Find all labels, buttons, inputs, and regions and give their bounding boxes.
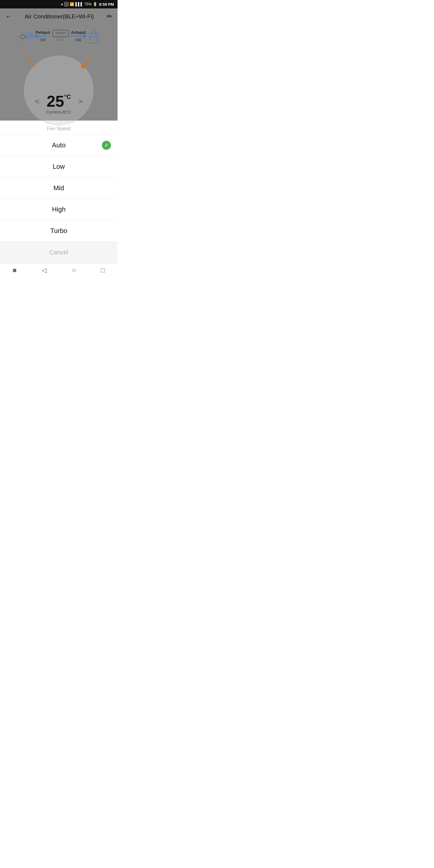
signal-icon: ▌▌▌ <box>75 2 83 6</box>
thermostat-area: < 25 °C > Current-20°C <box>0 48 118 121</box>
back-button[interactable]: ← <box>5 13 12 21</box>
bluetooth-icon: ⎈ <box>61 2 63 6</box>
nav-back-button[interactable]: ◁ <box>41 267 47 274</box>
nav-square-button[interactable]: ■ <box>13 267 17 274</box>
cancel-section: Cancel <box>0 242 118 263</box>
battery-icon: 🔋 <box>93 2 97 6</box>
thermostat-arc-svg <box>20 51 98 130</box>
svg-line-23 <box>88 33 89 34</box>
cancel-button[interactable]: Cancel <box>0 242 118 263</box>
ac-value: 0W <box>75 38 82 42</box>
temperature-display: < 25 °C > Current-20°C <box>20 93 98 115</box>
fan-option-auto-label: Auto <box>52 141 65 149</box>
app-bar: ← Air Conditioner(BLE+Wi-Fi) ✏ <box>0 8 118 25</box>
status-time: 8:59 PM <box>99 2 114 7</box>
status-bar: ⎈ N 📶 ▌▌▌ 75% 🔋 8:59 PM <box>0 0 118 8</box>
fan-option-mid-label: Mid <box>53 184 64 192</box>
edit-button[interactable]: ✏ <box>107 13 112 21</box>
nav-bar: ■ ◁ ○ □ <box>0 263 118 277</box>
fan-option-auto[interactable]: Auto <box>0 135 118 156</box>
thermostat-circle: < 25 °C > Current-20°C <box>20 51 98 112</box>
pv-label: PvInput <box>36 30 50 35</box>
svg-line-19 <box>90 37 90 43</box>
svg-rect-5 <box>26 33 33 38</box>
status-icons: ⎈ N 📶 ▌▌▌ 75% 🔋 <box>61 2 97 6</box>
ac-line <box>71 35 86 38</box>
temp-increase-button[interactable]: > <box>78 97 83 106</box>
fan-option-low[interactable]: Low <box>0 156 118 178</box>
solar-icon <box>17 28 34 44</box>
tower-section <box>87 28 100 44</box>
wifi-icon: 📶 <box>70 2 74 6</box>
temp-unit: °C <box>64 93 71 100</box>
ac-unit-icon <box>52 29 70 42</box>
fan-option-high[interactable]: High <box>0 199 118 220</box>
pv-value: 0W <box>40 38 46 42</box>
cancel-label: Cancel <box>50 249 68 256</box>
solar-section <box>17 28 34 44</box>
ac-unit-section <box>52 29 70 43</box>
energy-row: PvInput 0W AcInput 0W <box>0 25 118 48</box>
temperature-value: 25 <box>47 93 64 109</box>
nfc-icon: N <box>64 2 68 6</box>
power-tower-icon <box>87 28 100 44</box>
page-title: Air Conditioner(BLE+Wi-Fi) <box>25 13 94 20</box>
svg-line-17 <box>90 29 94 37</box>
svg-point-29 <box>81 64 86 68</box>
svg-line-24 <box>98 33 100 34</box>
fan-option-mid[interactable]: Mid <box>0 178 118 199</box>
fan-option-low-label: Low <box>53 163 65 170</box>
nav-recent-button[interactable]: □ <box>101 267 105 274</box>
fan-selected-check <box>102 141 111 150</box>
pv-line <box>35 35 50 38</box>
battery-percent: 75% <box>84 2 92 6</box>
fan-speed-sheet: Fan Speed Auto Low Mid High Turbo Cancel <box>0 121 118 263</box>
fan-option-turbo-label: Turbo <box>50 227 67 235</box>
fan-option-turbo[interactable]: Turbo <box>0 220 118 242</box>
temp-row: < 25 °C > <box>35 93 83 109</box>
nav-home-button[interactable]: ○ <box>72 267 76 274</box>
svg-line-20 <box>97 37 98 43</box>
fan-option-high-label: High <box>52 206 65 213</box>
current-temp: Current-20°C <box>46 110 71 115</box>
svg-point-0 <box>21 35 25 39</box>
svg-rect-10 <box>53 30 68 37</box>
svg-line-18 <box>94 29 97 37</box>
ac-label: AcInput <box>71 30 86 35</box>
temp-decrease-button[interactable]: < <box>35 97 39 106</box>
